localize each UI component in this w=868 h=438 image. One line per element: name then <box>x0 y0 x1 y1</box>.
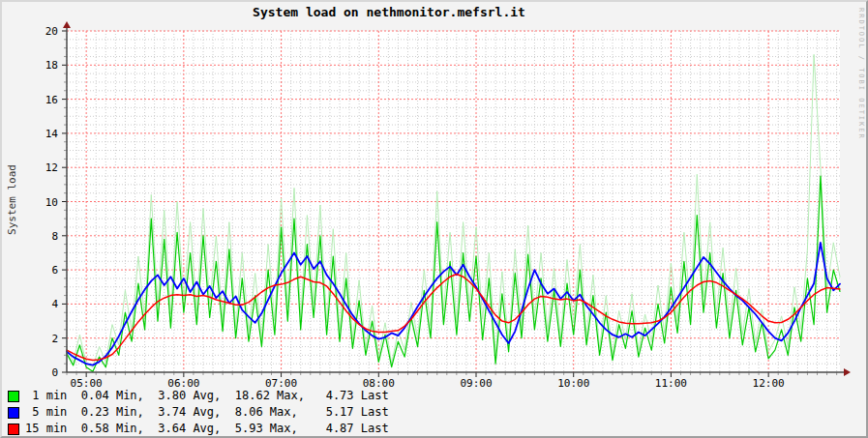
legend: 1 min 0.04 Min, 3.80 Avg, 18.62 Max, 4.7… <box>8 388 389 437</box>
load-chart-svg: 05:0006:0007:0008:0009:0010:0011:0012:00… <box>2 2 868 438</box>
legend-row: 1 min 0.04 Min, 3.80 Avg, 18.62 Max, 4.7… <box>8 388 389 404</box>
legend-swatch-1-min <box>8 391 19 402</box>
y-tick-label: 20 <box>45 25 58 38</box>
y-tick-label: 6 <box>51 264 58 277</box>
x-tick-label: 12:00 <box>753 377 785 390</box>
y-tick-label: 0 <box>51 366 58 379</box>
legend-text: 15 min 0.58 Min, 3.64 Avg, 5.93 Max, 4.8… <box>25 421 389 437</box>
y-tick-label: 10 <box>45 196 58 209</box>
y-tick-label: 4 <box>51 298 58 310</box>
legend-row: 5 min 0.23 Min, 3.74 Avg, 8.06 Max, 5.17… <box>8 404 389 421</box>
y-tick-label: 18 <box>45 59 58 72</box>
x-axis-arrow-icon <box>844 368 851 376</box>
legend-text: 1 min 0.04 Min, 3.80 Avg, 18.62 Max, 4.7… <box>25 388 389 404</box>
x-tick-label: 09:00 <box>460 377 492 390</box>
y-axis-arrow-icon <box>63 21 71 28</box>
y-tick-label: 14 <box>45 128 59 140</box>
y-tick-label: 8 <box>51 230 58 243</box>
y-tick-label: 16 <box>45 94 58 106</box>
x-tick-label: 11:00 <box>655 377 687 390</box>
legend-swatch-5-min <box>8 407 19 419</box>
legend-text: 5 min 0.23 Min, 3.74 Avg, 8.06 Max, 5.17… <box>25 404 389 421</box>
legend-swatch-15-min <box>8 423 19 435</box>
y-tick-label: 2 <box>51 333 58 345</box>
x-tick-label: 10:00 <box>557 377 589 390</box>
y-tick-label: 12 <box>45 161 58 174</box>
legend-row: 15 min 0.58 Min, 3.64 Avg, 5.93 Max, 4.8… <box>8 421 389 437</box>
rrd-graph: System load on nethmonitor.mefsrl.it Sys… <box>0 0 868 438</box>
